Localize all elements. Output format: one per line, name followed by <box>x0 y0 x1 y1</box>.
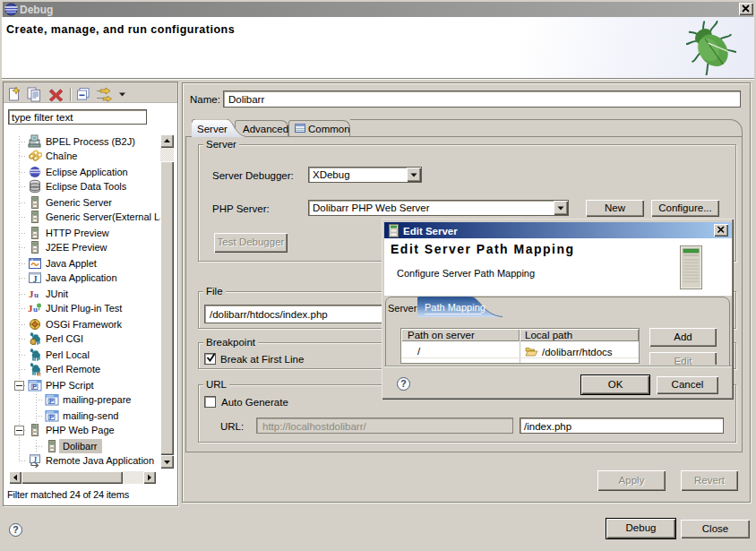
svg-text:R: R <box>38 372 42 377</box>
svg-text:J: J <box>33 456 37 464</box>
svg-text:u: u <box>34 290 39 299</box>
svg-text:P: P <box>32 383 37 391</box>
svg-text:P: P <box>49 413 54 421</box>
svg-text:P: P <box>49 397 54 405</box>
svg-text:J: J <box>33 275 38 284</box>
